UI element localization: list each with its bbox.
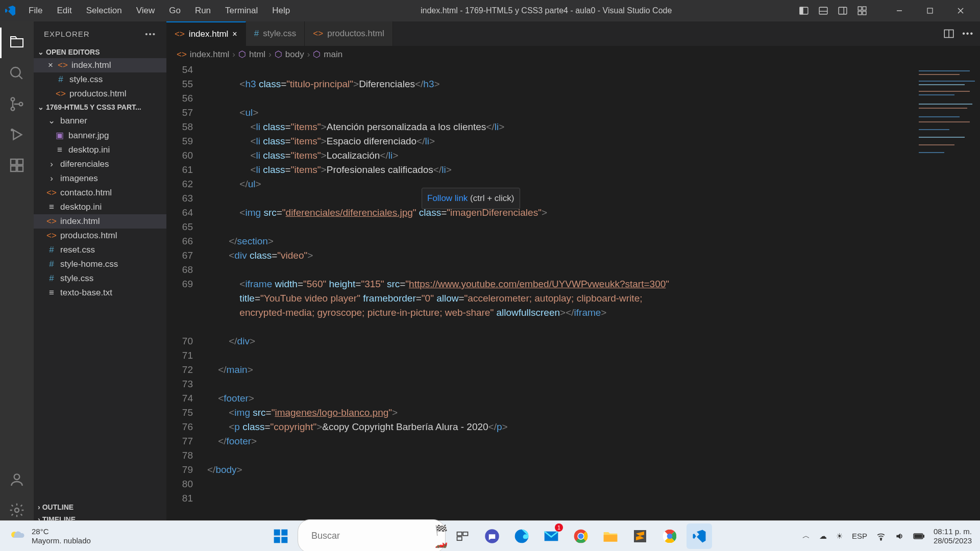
tree-item[interactable]: <>index.html [34, 214, 166, 229]
activity-extensions[interactable] [0, 150, 34, 181]
chat-icon[interactable] [479, 523, 505, 549]
svg-rect-35 [919, 104, 972, 105]
svg-point-17 [11, 97, 15, 101]
minimap[interactable] [914, 63, 980, 525]
window-title: index.html - 1769-HTML5 y CSS3 parte4 - … [296, 6, 796, 15]
maximize-button[interactable] [915, 0, 945, 21]
menu-go[interactable]: Go [163, 3, 187, 19]
start-button[interactable] [268, 523, 293, 549]
tree-item[interactable]: <>contacto.html [34, 186, 166, 200]
tree-item[interactable]: #reset.css [34, 243, 166, 257]
tray-chevron-icon[interactable]: ︿ [802, 531, 810, 541]
tray-weather-icon[interactable]: ☀ [836, 532, 843, 541]
open-editor-item[interactable]: # style.css [34, 72, 166, 87]
menubar: File Edit Selection View Go Run Terminal… [22, 3, 296, 19]
code-editor[interactable]: 5455565758596061626364656667686970717273… [166, 63, 980, 525]
tree-item[interactable]: #style-home.css [34, 257, 166, 271]
layout-sidebar-right-icon[interactable] [837, 5, 848, 16]
tree-item[interactable]: #style.css [34, 271, 166, 286]
svg-rect-38 [919, 121, 970, 122]
svg-rect-76 [923, 535, 924, 537]
svg-point-26 [15, 508, 19, 512]
tree-item[interactable]: ≡desktop.ini [34, 200, 166, 214]
project-header[interactable]: ⌄ 1769-HTML5 Y CSS3 PART... [34, 101, 166, 113]
tree-item[interactable]: ≡desktop.ini [34, 143, 166, 157]
svg-point-25 [14, 474, 20, 480]
svg-rect-23 [17, 166, 23, 171]
breadcrumb-item[interactable]: main [324, 49, 342, 60]
svg-rect-50 [274, 529, 280, 535]
tree-item[interactable]: ›diferenciales [34, 157, 166, 171]
activity-accounts[interactable] [0, 464, 34, 495]
tree-item[interactable]: <>productos.html [34, 229, 166, 243]
tray-volume-icon[interactable] [895, 532, 904, 541]
menu-edit[interactable]: Edit [51, 3, 78, 19]
weather-widget[interactable]: 28°C Mayorm. nublado [8, 527, 91, 545]
split-editor-icon[interactable] [944, 29, 954, 39]
tree-item[interactable]: ▣banner.jpg [34, 128, 166, 143]
activity-run-debug[interactable] [0, 119, 34, 150]
editor-tab[interactable]: #style.css [246, 21, 305, 46]
file-explorer-icon[interactable] [598, 523, 623, 549]
search-input[interactable] [311, 531, 430, 541]
tray-datetime[interactable]: 08:11 p. m. 28/05/2023 [934, 527, 972, 545]
svg-rect-34 [919, 94, 954, 95]
open-editor-item[interactable]: × <> index.html [34, 58, 166, 72]
breadcrumb-item[interactable]: body [285, 49, 304, 60]
svg-point-18 [11, 107, 15, 111]
outline-header[interactable]: › OUTLINE [34, 501, 166, 513]
menu-file[interactable]: File [22, 3, 48, 19]
close-icon[interactable]: × [48, 60, 53, 70]
open-editor-item[interactable]: <> productos.html [34, 87, 166, 101]
code-content[interactable]: <h3 class="titulo-principal">Diferencial… [207, 63, 980, 525]
breadcrumb-item[interactable]: html [249, 49, 265, 60]
more-icon[interactable]: ••• [962, 29, 974, 38]
open-editors-header[interactable]: ⌄ OPEN EDITORS [34, 46, 166, 58]
follow-link-label[interactable]: Follow link [427, 193, 468, 203]
tray-onedrive-icon[interactable]: ☁ [819, 532, 827, 541]
svg-line-16 [19, 76, 22, 79]
layout-sidebar-left-icon[interactable] [798, 5, 810, 16]
breadcrumb-item[interactable]: index.html [190, 49, 229, 60]
chevron-down-icon: ⌄ [38, 103, 44, 111]
tray-time: 08:11 p. m. [934, 527, 972, 536]
minimize-button[interactable] [884, 0, 915, 21]
close-button[interactable] [945, 0, 976, 21]
chrome-icon[interactable] [568, 523, 594, 549]
line-numbers: 5455565758596061626364656667686970717273… [166, 63, 207, 525]
svg-rect-41 [919, 144, 954, 145]
menu-help[interactable]: Help [266, 3, 296, 19]
more-icon[interactable]: ••• [145, 30, 156, 38]
svg-rect-9 [858, 11, 862, 15]
svg-rect-24 [17, 159, 23, 165]
menu-run[interactable]: Run [189, 3, 217, 19]
menu-view[interactable]: View [130, 3, 161, 19]
layout-panel-icon[interactable] [818, 5, 829, 16]
tray-lang[interactable]: ESP [852, 532, 867, 540]
taskbar-search[interactable]: 🏁🏎️ [298, 519, 446, 552]
svg-rect-5 [839, 7, 847, 14]
activity-source-control[interactable] [0, 89, 34, 119]
editor-tab[interactable]: <>productos.html [305, 21, 393, 46]
edge-icon[interactable] [509, 523, 534, 549]
task-view-icon[interactable] [450, 523, 475, 549]
tree-item[interactable]: ⌄banner [34, 113, 166, 128]
menu-selection[interactable]: Selection [80, 3, 128, 19]
breadcrumbs[interactable]: <>index.html › ⬡html › ⬡body › ⬡main [166, 46, 980, 63]
sublime-icon[interactable] [627, 523, 653, 549]
svg-rect-21 [11, 159, 16, 165]
activity-search[interactable] [0, 58, 34, 89]
activity-explorer[interactable] [0, 28, 34, 58]
editor-tab[interactable]: <>index.html× [166, 21, 246, 46]
mail-icon[interactable]: 1 [538, 523, 564, 549]
menu-terminal[interactable]: Terminal [219, 3, 264, 19]
layout-customize-icon[interactable] [856, 5, 868, 16]
tray-wifi-icon[interactable] [876, 532, 886, 541]
tray-battery-icon[interactable] [913, 533, 924, 540]
vscode-icon[interactable] [687, 523, 712, 549]
tree-item[interactable]: ›imagenes [34, 171, 166, 186]
tree-item[interactable]: ≡texto-base.txt [34, 286, 166, 300]
explorer-sidebar: EXPLORER ••• ⌄ OPEN EDITORS × <> index.h… [34, 21, 166, 525]
chrome-canary-icon[interactable] [657, 523, 682, 549]
tab-close-icon[interactable]: × [232, 30, 237, 39]
